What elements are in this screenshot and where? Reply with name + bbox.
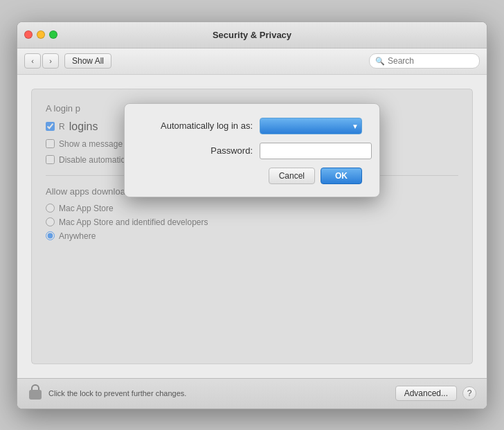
- search-box: 🔍: [369, 53, 480, 69]
- auto-login-select[interactable]: User: [260, 118, 362, 134]
- minimize-button[interactable]: [37, 30, 45, 39]
- close-button[interactable]: [24, 30, 33, 39]
- advanced-button[interactable]: Advanced...: [395, 386, 457, 401]
- search-input[interactable]: [388, 56, 474, 66]
- auto-login-select-wrapper: User ▼: [260, 118, 362, 134]
- password-input[interactable]: [260, 143, 372, 159]
- modal-buttons: Cancel OK: [142, 168, 362, 184]
- password-label: Password:: [142, 145, 253, 156]
- search-icon: 🔍: [375, 57, 385, 66]
- main-content: A login p R logins Show a message when t…: [17, 75, 487, 378]
- lock-shackle: [31, 384, 39, 390]
- ok-button[interactable]: OK: [321, 168, 362, 184]
- title-bar: Security & Privacy: [17, 22, 487, 48]
- nav-buttons: ‹ ›: [24, 53, 59, 69]
- bottom-bar: Click the lock to prevent further change…: [17, 378, 487, 409]
- auto-login-row: Automatically log in as: User ▼: [142, 118, 362, 134]
- modal-overlay: Automatically log in as: User ▼ Password…: [32, 89, 472, 364]
- lock-text: Click the lock to prevent further change…: [48, 389, 395, 397]
- forward-button[interactable]: ›: [42, 53, 59, 69]
- back-button[interactable]: ‹: [24, 53, 41, 69]
- lock-icon[interactable]: [28, 384, 43, 402]
- auto-login-modal: Automatically log in as: User ▼ Password…: [124, 103, 380, 197]
- auto-login-label: Automatically log in as:: [142, 120, 253, 131]
- cancel-button[interactable]: Cancel: [269, 168, 315, 184]
- traffic-lights: [24, 30, 57, 39]
- show-all-button[interactable]: Show All: [64, 53, 111, 69]
- maximize-button[interactable]: [49, 30, 57, 39]
- content-area: A login p R logins Show a message when t…: [31, 89, 473, 364]
- help-button[interactable]: ?: [462, 386, 476, 400]
- toolbar: ‹ › Show All 🔍: [17, 48, 487, 75]
- lock-body: [29, 390, 42, 400]
- main-window: Security & Privacy ‹ › Show All 🔍 A logi…: [17, 21, 487, 409]
- password-row: Password:: [142, 143, 362, 159]
- window-title: Security & Privacy: [213, 30, 291, 40]
